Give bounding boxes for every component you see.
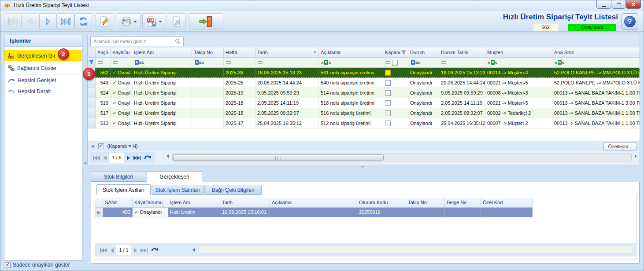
filter-cell-takip-no[interactable]: ABC xyxy=(192,58,224,68)
closed-checkbox[interactable] xyxy=(385,121,391,126)
detail-cell-zel-kod[interactable] xyxy=(481,208,533,217)
cell-takip-no[interactable] xyxy=(192,78,224,88)
detail-column-header-tarih[interactable]: Tarih xyxy=(220,198,270,208)
exit-button[interactable] xyxy=(189,13,223,29)
cell-hafta[interactable]: 2025-38 xyxy=(224,68,255,78)
cell-durum-tarihi[interactable]: 25.04.2025 16:35:12 xyxy=(439,118,485,128)
detail-pager-last-button[interactable] xyxy=(141,248,148,253)
hscroll-thumb[interactable] xyxy=(173,154,384,161)
closed-checkbox[interactable] xyxy=(385,110,391,116)
cell-durum[interactable]: Onaylandı xyxy=(408,78,439,88)
cell-kapand[interactable] xyxy=(383,98,408,108)
cell-ana-stok[interactable]: 52.POLO.KANEPE -> MM-POLO 3'LÜ KAN xyxy=(552,68,640,78)
row-indicator[interactable] xyxy=(88,98,96,108)
tab-gerceklesen[interactable]: Gerçekleşen xyxy=(147,171,202,182)
cell-takip-no[interactable] xyxy=(192,68,224,78)
cell-kay-tduru[interactable]: ✔Onayl xyxy=(111,108,132,118)
detail-cell-i-lem-ad[interactable]: Hızlı Üretim xyxy=(168,208,220,217)
detail-hscroll-left-arrow[interactable] xyxy=(192,248,195,252)
cell-i-lem-ad[interactable]: Hızlı Üretim Siparişi xyxy=(132,78,192,88)
horizontal-scrollbar[interactable] xyxy=(172,154,632,161)
closed-checkbox[interactable] xyxy=(385,80,391,86)
sidebar-item-gerceklesen-gir[interactable]: Gerçekleşen Gir xyxy=(4,50,82,61)
cell-i-lem-ad[interactable]: Hızlı Üretim Siparişi xyxy=(132,98,192,108)
cell-a-klama[interactable]: 512 nolu sipariş üretimi xyxy=(319,118,383,128)
cell-m-teri[interactable]: 00021 -> Müşteri-5 xyxy=(485,98,552,108)
cell-m-teri[interactable]: 00014 -> Müşteri-4 xyxy=(485,68,552,78)
cell-hafta[interactable]: 2025-25 xyxy=(224,78,255,88)
table-row[interactable]: 513✔OnaylHızlı Üretim Siparişi2025-1725.… xyxy=(88,118,640,128)
detail-pager-first-button[interactable] xyxy=(100,248,107,253)
column-header-al-sa[interactable]: AlışSa xyxy=(96,48,111,58)
cell-durum[interactable]: Onaylandı xyxy=(408,98,439,108)
cell-hafta[interactable]: 2025-17 xyxy=(224,118,255,128)
previous-record-button[interactable] xyxy=(22,13,39,29)
cell-takip-no[interactable] xyxy=(192,88,224,98)
sidebar-item-baglantili-goster[interactable]: Bağlantılı Göster xyxy=(4,62,82,73)
filter-cell-tarih[interactable] xyxy=(255,58,319,68)
filter-cell-al-sa[interactable] xyxy=(96,58,111,68)
cell-durum[interactable]: Onaylandı xyxy=(408,68,439,78)
clear-filter-icon[interactable]: × xyxy=(91,143,95,149)
export-dropdown-icon[interactable] xyxy=(159,21,162,22)
edit-button[interactable] xyxy=(96,13,113,29)
cell-tarih[interactable]: 16.09.2025 15:13:23 xyxy=(255,68,319,78)
cell-a-klama[interactable]: 514 nolu siparişin üretimi xyxy=(319,88,383,98)
table-row[interactable]: 543✔OnaylHızlı Üretim Siparişi2025-2520.… xyxy=(88,78,640,88)
pager-next-button[interactable] xyxy=(127,156,130,160)
cell-durum-tarihi[interactable]: 16.09.2025 15:13:23 xyxy=(439,68,485,78)
print-preview-button[interactable] xyxy=(168,13,185,29)
tab-stok-bilgileri[interactable]: Stok Bilgileri xyxy=(91,172,146,182)
detail-row-indicator[interactable]: ▶ xyxy=(95,208,103,217)
detail-cell-kay-tdurumu[interactable]: ✔Onaylandı xyxy=(133,208,168,217)
cell-i-lem-ad[interactable]: Hızlı Üretim Siparişi xyxy=(132,108,192,118)
close-button[interactable] xyxy=(626,0,641,9)
maximize-button[interactable] xyxy=(612,0,625,9)
cell-al-sa[interactable]: 517 xyxy=(96,108,111,118)
cell-ana-stok[interactable]: 00013 -> SANAL BAZA TAKIM-1 1.00 Tk xyxy=(552,108,640,118)
closed-checkbox[interactable] xyxy=(385,90,391,96)
cell-al-sa[interactable]: 513 xyxy=(96,118,111,128)
minimize-button[interactable] xyxy=(596,0,611,9)
filter-cell-kapand[interactable] xyxy=(383,58,408,68)
cell-al-sa[interactable]: 524 xyxy=(96,88,111,98)
cell-durum-tarihi[interactable]: 2.05.2025 09:32:07 xyxy=(439,108,485,118)
cell-a-klama[interactable]: 540 nolu siparişin üretimi xyxy=(319,78,383,88)
closed-checkbox[interactable] xyxy=(385,100,391,106)
detail-pager-refresh-button[interactable] xyxy=(151,247,159,253)
filter-checkbox[interactable] xyxy=(392,60,398,66)
row-indicator[interactable] xyxy=(88,118,96,128)
filter-cell-kay-tduru[interactable] xyxy=(111,58,132,68)
cell-ana-stok[interactable]: 00013 -> SANAL BAZA TAKIM-1 1.00 Tk xyxy=(552,118,640,128)
hscroll-left-arrow[interactable] xyxy=(167,154,169,158)
detail-cell-belge-no[interactable] xyxy=(445,208,481,217)
show-approved-only[interactable]: Sadece onaylıları göster xyxy=(5,262,70,268)
vertical-splitter-icon[interactable] xyxy=(84,161,86,165)
column-header-kay-tduru[interactable]: KayıtDuru xyxy=(111,48,132,58)
print-button[interactable] xyxy=(117,13,141,29)
cell-durum-tarihi[interactable]: 2.05.2025 14:11:19 xyxy=(439,98,485,108)
cell-m-teri[interactable]: 00008 -> Müşteri-3 xyxy=(485,88,552,98)
cell-a-klama[interactable]: 561 nolu siparişin üretimi xyxy=(319,68,383,78)
cell-kapand[interactable] xyxy=(383,118,408,128)
column-header-kapand[interactable]: Kapandı xyxy=(383,48,408,58)
detail-column-header-i-lem-ad[interactable]: İşlem Adı xyxy=(168,198,220,208)
detail-horizontal-scrollbar[interactable] xyxy=(199,245,632,254)
cell-kay-tduru[interactable]: ✔Onayl xyxy=(111,78,132,88)
column-header-durum-tarihi[interactable]: Durum Tarihi xyxy=(439,48,485,58)
table-row[interactable]: 517✔OnaylHızlı Üretim Siparişi2025-182.0… xyxy=(88,108,640,118)
pager-previous-button[interactable] xyxy=(104,156,107,160)
table-row[interactable]: 562✔OnaylHızlı Üretim Siparişi2025-3816.… xyxy=(88,68,640,78)
cell-i-lem-ad[interactable]: Hızlı Üretim Siparişi xyxy=(132,88,192,98)
cell-kay-tduru[interactable]: ✔Onayl xyxy=(111,98,132,108)
detail-column-header-takip-no[interactable]: Takip No xyxy=(406,198,445,208)
detail-cell-oturum-kodu[interactable]: 20250916 xyxy=(357,208,406,217)
column-header-i-lem-ad[interactable]: İşlem Adı xyxy=(132,48,192,58)
detail-cell-takip-no[interactable] xyxy=(406,208,445,217)
cell-kay-tduru[interactable]: ✔Onayl xyxy=(111,118,132,128)
horizontal-splitter-icon[interactable] xyxy=(361,166,364,168)
column-header-a-klama[interactable]: Açıklama xyxy=(319,48,383,58)
detail-column-header-kay-tdurumu[interactable]: KayıtDurumu xyxy=(133,198,168,208)
tab-stok-islem-asillari[interactable]: Stok İşlem Asılları xyxy=(96,184,151,195)
show-approved-checkbox[interactable] xyxy=(5,262,11,268)
